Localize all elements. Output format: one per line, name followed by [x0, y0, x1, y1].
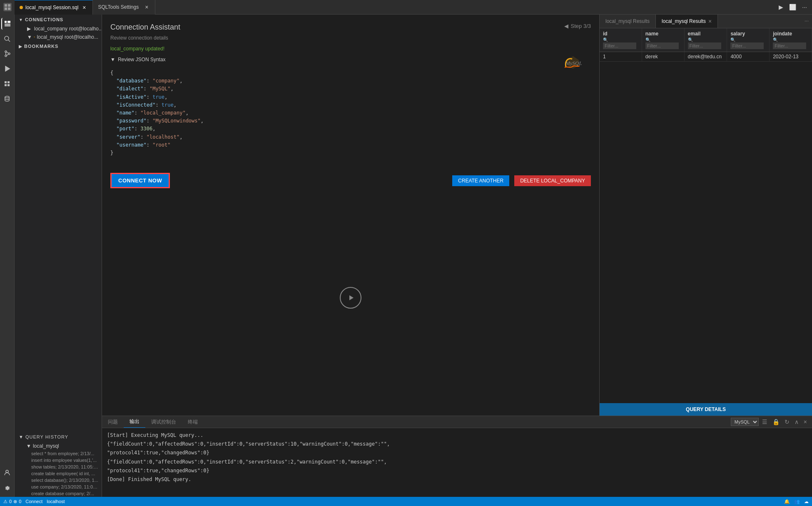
status-bar: ⚠ 0 ⊗ 0 Connect localhost 🔔 👥 ☁: [0, 497, 812, 506]
connections-label: CONNECTIONS: [25, 17, 63, 22]
connection-assistant: ◀ Step 3/3 MySQL Connection Assistant Re…: [102, 15, 600, 416]
local-company-arrow: ▶: [27, 26, 31, 32]
activity-sqltools[interactable]: [1, 93, 13, 105]
filter-email[interactable]: [688, 42, 721, 49]
app-icon: [0, 0, 15, 15]
bottom-close-icon[interactable]: ×: [802, 418, 809, 426]
run-icon[interactable]: ▶: [777, 3, 785, 11]
svg-point-10: [5, 51, 7, 52]
history-item-5[interactable]: use company; 2/13/2020, 11:03:...: [15, 484, 102, 490]
activity-search[interactable]: [1, 33, 13, 45]
svg-point-22: [6, 470, 8, 473]
history-group-arrow: ▼: [26, 443, 31, 449]
output-line-0: [Start] Executing MySQL query...: [107, 431, 807, 439]
activity-debug[interactable]: [1, 63, 13, 75]
connect-label: Connect: [25, 499, 42, 504]
cloud-icon: ☁: [804, 499, 809, 504]
bottom-tab-debug[interactable]: 调试控制台: [145, 416, 182, 428]
history-item-0[interactable]: select * from employee; 2/13/...: [15, 450, 102, 457]
history-item-3[interactable]: create table employee( id int, ...: [15, 470, 102, 477]
svg-rect-1: [8, 4, 10, 7]
local-mysql-user: root@localho...: [65, 34, 98, 40]
status-connect[interactable]: Connect: [25, 499, 42, 504]
split-icon[interactable]: ⬜: [787, 3, 798, 11]
bottom-tab-terminal[interactable]: 终端: [182, 416, 204, 428]
connections-header[interactable]: ▼ CONNECTIONS: [15, 15, 102, 25]
status-notification[interactable]: 🔔: [784, 499, 790, 504]
history-item-2[interactable]: show tables; 2/13/2020, 11:05:4...: [15, 464, 102, 470]
activity-explorer[interactable]: [1, 18, 13, 30]
review-json-toggle[interactable]: ▼ Review JSON Syntax: [110, 57, 591, 62]
more-icon[interactable]: ···: [800, 3, 809, 11]
tab-settings-close[interactable]: ×: [143, 4, 150, 10]
svg-rect-6: [5, 24, 10, 25]
svg-marker-16: [5, 66, 10, 71]
bottom-list-icon[interactable]: ☰: [760, 418, 769, 426]
filter-icon-joindate: 🔍: [773, 37, 778, 42]
activity-settings[interactable]: [1, 482, 13, 494]
status-warnings[interactable]: ⚠ 0 ⊗ 0: [3, 499, 21, 504]
svg-rect-0: [5, 4, 7, 7]
bottom-tab-problems[interactable]: 问题: [102, 416, 124, 428]
accounts-icon: 👥: [794, 499, 800, 504]
bottom-up-icon[interactable]: ∧: [793, 418, 800, 426]
activity-account[interactable]: [1, 467, 13, 479]
svg-rect-19: [5, 84, 7, 86]
history-item-4[interactable]: select database(); 2/13/2020, 1...: [15, 477, 102, 484]
connect-now-button[interactable]: CONNECT NOW: [110, 173, 170, 188]
svg-rect-5: [7, 21, 10, 23]
status-cloud[interactable]: ☁: [804, 499, 809, 504]
bottom-tab-output[interactable]: 输出: [124, 416, 145, 428]
step-back-arrow[interactable]: ◀: [564, 23, 568, 29]
local-mysql-arrow: ▼: [27, 34, 32, 40]
error-count: 0: [19, 499, 21, 504]
status-right: 🔔 👥 ☁: [784, 499, 809, 504]
sidebar-item-local-company[interactable]: ▶ local_company root@localho...: [15, 25, 102, 33]
svg-line-14: [7, 52, 8, 54]
bookmarks-header[interactable]: ▶ BOOKMARKS: [15, 41, 102, 51]
content-area: ◀ Step 3/3 MySQL Connection Assistant Re…: [102, 15, 812, 497]
history-item-1[interactable]: insert into employee values(1,'...: [15, 457, 102, 464]
results-tab-2-label: local_mysql Results: [662, 18, 706, 24]
cell-email: derek@tedu.cn: [684, 52, 727, 62]
bottom-refresh-icon[interactable]: ↻: [783, 418, 791, 426]
tab-modified-dot: [20, 6, 23, 9]
history-item-6[interactable]: create database company; 2/...: [15, 490, 102, 497]
history-group-mysql[interactable]: ▼ local_mysql: [15, 442, 102, 450]
tab-session-sql[interactable]: local_mysql Session.sql ×: [15, 0, 93, 15]
query-details-bar[interactable]: QUERY DETAILS: [600, 403, 812, 416]
activity-source-control[interactable]: [1, 48, 13, 60]
query-history-header[interactable]: ▼ QUERY HISTORY: [15, 432, 102, 442]
query-history-arrow: ▼: [19, 434, 24, 439]
results-tab-2[interactable]: local_mysql Results ×: [656, 15, 718, 28]
activity-extensions[interactable]: [1, 78, 13, 90]
status-host[interactable]: localhost: [47, 499, 65, 504]
notification-icon: 🔔: [784, 499, 790, 504]
create-another-button[interactable]: CREATE ANOTHER: [452, 175, 509, 186]
local-mysql-name: local_mysql: [37, 34, 63, 40]
status-accounts[interactable]: 👥: [794, 499, 800, 504]
tab-session-close[interactable]: ×: [81, 4, 87, 11]
results-tab-more[interactable]: ···: [801, 15, 812, 28]
results-table: id 🔍 name 🔍 email 🔍: [600, 28, 812, 403]
play-button[interactable]: [340, 287, 361, 309]
lang-selector[interactable]: MySQL: [731, 418, 759, 426]
sidebar-item-local-mysql[interactable]: ▼ local_mysql root@localho...: [15, 33, 102, 41]
filter-id[interactable]: [603, 42, 636, 49]
output-line-3: {"fieldCount":0,"affectedRows":0,"insert…: [107, 458, 807, 466]
review-json-arrow: ▼: [110, 57, 115, 62]
delete-button[interactable]: DELETE LOCAL_COMPANY: [514, 175, 591, 186]
tab-settings[interactable]: SQLTools Settings ×: [93, 0, 155, 15]
history-group-label: local_mysql: [33, 443, 59, 449]
results-tab-2-close[interactable]: ×: [708, 18, 712, 25]
cell-joindate: 2020-02-13: [770, 52, 812, 62]
sidebar: ▼ CONNECTIONS ▶ local_company root@local…: [15, 15, 102, 497]
bottom-lock-icon[interactable]: 🔒: [771, 418, 781, 426]
mysql-logo: MySQL: [564, 54, 587, 72]
filter-joindate[interactable]: [773, 42, 806, 49]
filter-name[interactable]: [645, 42, 679, 49]
results-tab-1[interactable]: local_mysql Results: [600, 15, 656, 28]
activity-bottom: [1, 467, 13, 497]
filter-salary[interactable]: [730, 42, 764, 49]
local-company-name: local_company: [34, 26, 67, 32]
